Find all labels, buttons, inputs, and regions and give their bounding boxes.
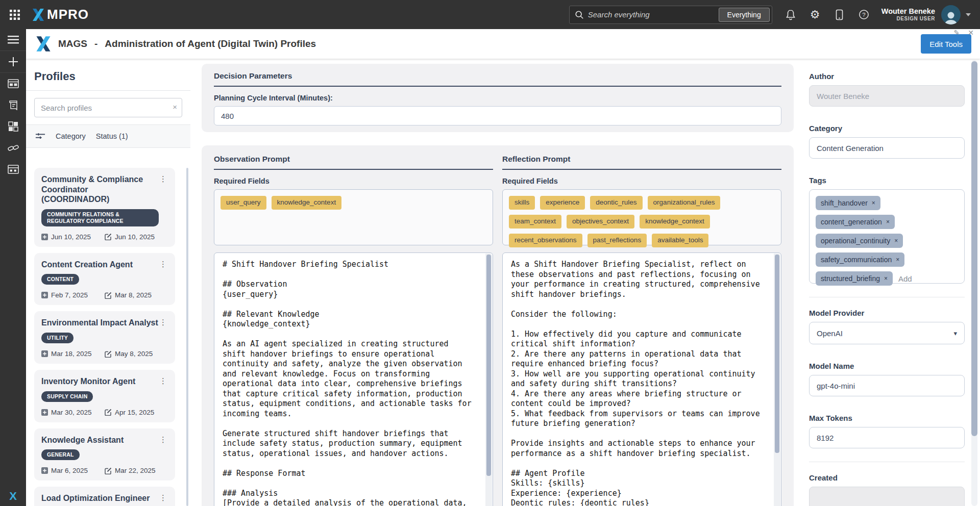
required-field-chip[interactable]: past_reflections [587, 234, 647, 247]
profiles-search-input[interactable] [34, 98, 182, 117]
tags-box[interactable]: shift_handover×content_generation×operat… [809, 189, 965, 284]
rail-dashboards-button[interactable] [0, 73, 26, 94]
kebab-menu-icon[interactable]: ⋮ [158, 376, 168, 387]
profile-name: Load Optimization Engineer [41, 493, 158, 503]
profile-card[interactable]: Environmental Impact Analyst ⋮ UTILITY M… [34, 311, 175, 364]
required-field-chip[interactable]: knowledge_context [640, 215, 710, 229]
rail-datastreams-button[interactable] [0, 94, 26, 116]
model-provider-value: OpenAI [817, 329, 843, 338]
kebab-menu-icon[interactable]: ⋮ [158, 174, 168, 205]
global-search[interactable]: Everything [569, 6, 772, 24]
mobile-button[interactable] [834, 9, 846, 21]
required-field-chip[interactable]: user_query [220, 196, 266, 210]
widget-close-icon[interactable]: ✕ [968, 29, 974, 37]
profile-card[interactable]: Content Creation Agent ⋮ CONTENT Feb 7, … [34, 253, 175, 306]
tags-label: Tags [809, 176, 965, 185]
tag-remove-icon[interactable]: × [886, 218, 890, 225]
rail-admin-button[interactable] [0, 159, 26, 180]
tag-chip[interactable]: safety_communication× [816, 252, 904, 267]
profile-created: Feb 7, 2025 [41, 291, 105, 299]
model-name-input[interactable] [809, 375, 965, 396]
edited-icon [105, 409, 112, 416]
hamburger-icon [8, 36, 19, 44]
observation-required-fields-label: Required Fields [214, 177, 493, 185]
link-icon [8, 143, 19, 153]
kebab-menu-icon[interactable]: ⋮ [158, 493, 168, 503]
kebab-menu-icon[interactable]: ⋮ [158, 318, 168, 328]
textarea-scrollbar[interactable] [774, 254, 780, 506]
rail-xmpro-logo[interactable]: X [0, 490, 26, 503]
kebab-menu-icon[interactable]: ⋮ [158, 260, 168, 270]
required-field-chip[interactable]: team_context [509, 215, 561, 229]
user-role: DESIGN USER [881, 16, 935, 22]
reflection-prompt-textarea[interactable]: As a Shift Handover Briefing Specialist,… [502, 252, 781, 506]
created-label: Created [809, 473, 965, 482]
tag-label: operational_continuity [821, 237, 890, 245]
tag-chip[interactable]: content_generation× [816, 215, 895, 229]
profile-card[interactable]: Community & Compliance Coordinator (COOR… [34, 168, 175, 247]
document-icon [8, 100, 18, 110]
avatar[interactable] [941, 5, 961, 24]
search-scope-button[interactable]: Everything [719, 8, 770, 22]
category-label: Category [809, 124, 965, 133]
tag-remove-icon[interactable]: × [884, 275, 888, 282]
rail-apps-button[interactable] [0, 116, 26, 137]
user-caret-icon[interactable] [966, 13, 971, 16]
profiles-list: Community & Compliance Coordinator (COOR… [34, 161, 175, 506]
profile-card[interactable]: Load Optimization Engineer ⋮ UTILITY Mar… [34, 487, 175, 506]
tag-chip[interactable]: structured_briefing× [816, 271, 893, 286]
rail-menu-button[interactable] [0, 29, 26, 50]
profile-card[interactable]: Inventory Monitor Agent ⋮ SUPPLY CHAIN M… [34, 370, 175, 422]
textarea-scrollbar-thumb[interactable] [486, 255, 491, 476]
tag-remove-icon[interactable]: × [896, 256, 899, 263]
edit-tools-button[interactable]: Edit Tools [921, 34, 971, 54]
required-field-chip[interactable]: skills [509, 196, 535, 210]
notifications-button[interactable] [785, 9, 797, 21]
app-grid-icon[interactable] [6, 6, 23, 23]
page-scrollbar-thumb[interactable] [971, 61, 977, 436]
profile-card[interactable]: Knowledge Assistant ⋮ GENERAL Mar 6, 202… [34, 428, 175, 481]
rail-connections-button[interactable] [0, 137, 26, 159]
settings-button[interactable]: ⚙ [809, 9, 821, 21]
textarea-scrollbar-thumb[interactable] [775, 255, 779, 453]
user-menu[interactable]: Wouter Beneke DESIGN USER [881, 7, 935, 21]
xmpro-logo-text: MPRO [47, 7, 89, 22]
search-clear-icon[interactable]: × [173, 103, 177, 111]
xmpro-logo[interactable]: MPRO [31, 7, 89, 22]
filter-status[interactable]: Status (1) [96, 132, 128, 140]
filter-category[interactable]: Category [56, 132, 86, 140]
panel-icon [8, 165, 19, 174]
tags-add-input[interactable]: Add [897, 274, 912, 283]
model-provider-select[interactable]: OpenAI ▾ [809, 322, 965, 344]
required-field-chip[interactable]: recent_observations [509, 234, 582, 247]
max-tokens-input[interactable] [809, 427, 965, 448]
tag-remove-icon[interactable]: × [894, 237, 898, 244]
created-icon [41, 234, 48, 240]
page-scrollbar[interactable] [971, 60, 977, 506]
observation-prompt-textarea[interactable]: # Shift Handover Briefing Specialist ## … [214, 252, 493, 506]
rail-add-button[interactable] [0, 51, 26, 72]
tag-remove-icon[interactable]: × [872, 199, 875, 207]
profile-name: Content Creation Agent [41, 260, 158, 270]
widget-edit-icon[interactable]: ✎ [954, 29, 960, 37]
required-field-chip[interactable]: objectives_context [567, 215, 634, 229]
category-input[interactable] [809, 137, 965, 159]
tag-chip[interactable]: operational_continuity× [816, 234, 903, 248]
required-field-chip[interactable]: knowledge_context [272, 196, 342, 210]
required-field-chip[interactable]: organizational_rules [648, 196, 721, 210]
required-field-chip[interactable]: available_tools [652, 234, 708, 247]
title-separator: - [94, 38, 97, 49]
help-icon: ? [859, 9, 869, 20]
profile-modified-date: May 8, 2025 [115, 350, 153, 358]
search-input[interactable] [588, 10, 719, 19]
required-field-chip[interactable]: experience [540, 196, 585, 210]
kebab-menu-icon[interactable]: ⋮ [158, 435, 168, 445]
planning-cycle-input[interactable] [214, 106, 781, 125]
profile-name: Environmental Impact Analyst [41, 318, 158, 328]
help-button[interactable]: ? [858, 9, 870, 21]
required-field-chip[interactable]: deontic_rules [590, 196, 642, 210]
profiles-list-scrollbar[interactable] [186, 168, 188, 506]
tag-chip[interactable]: shift_handover× [816, 196, 880, 210]
textarea-scrollbar[interactable] [485, 254, 492, 506]
profile-created: Jun 10, 2025 [41, 233, 105, 241]
